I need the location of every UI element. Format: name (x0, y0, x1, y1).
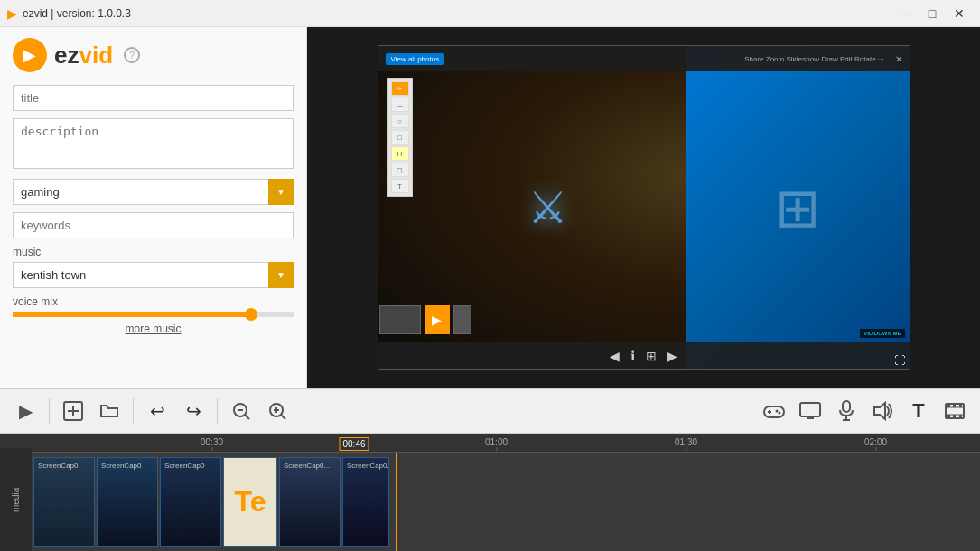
svg-rect-28 (947, 415, 950, 417)
description-input[interactable] (13, 118, 294, 169)
text-button[interactable]: T (902, 395, 935, 427)
slider-thumb[interactable] (245, 308, 257, 321)
view-all-photos-btn[interactable]: View all photos (386, 53, 445, 65)
timeline-labels: media udio (0, 434, 32, 551)
gamepad-button[interactable] (758, 395, 790, 427)
category-select-wrapper: gaming education entertainment news & po… (13, 179, 294, 205)
mic-button[interactable] (830, 395, 863, 427)
media-clip-1[interactable]: ScreenCap0 (33, 457, 95, 547)
logo-vid: vid (79, 42, 113, 69)
svg-rect-10 (764, 406, 784, 417)
timecode-00-30: 00:30 (201, 437, 223, 447)
clip-2-label: ScreenCap0 (99, 460, 143, 472)
nav-next-btn[interactable]: ▶ (667, 349, 677, 363)
playhead-line (396, 453, 397, 551)
speaker-icon (873, 401, 892, 421)
nav-prev-btn[interactable]: ◀ (610, 349, 620, 363)
fullscreen-button[interactable]: ⛶ (894, 354, 905, 367)
screen-capture-button[interactable] (794, 395, 826, 427)
bottom-thumbs: ▶ (378, 304, 472, 341)
voice-mix-slider[interactable] (13, 312, 294, 317)
clip-3-label: ScreenCap0 (163, 460, 206, 472)
gamepad-icon (763, 403, 785, 419)
svg-rect-18 (843, 401, 850, 412)
ezvid-logo-icon: ▶ (13, 38, 47, 72)
redo-button[interactable]: ↪ (177, 395, 210, 427)
svg-point-14 (779, 412, 781, 415)
more-music-link[interactable]: more music (13, 322, 294, 335)
mic-icon (838, 400, 854, 422)
music-select-wrapper: kentish town none classic jazz (13, 262, 294, 288)
monitor-icon (799, 402, 821, 420)
media-track: ScreenCap0 ScreenCap0 ScreenCap0 Te Scre… (32, 453, 980, 551)
media-clip-3[interactable]: ScreenCap0 (160, 457, 221, 547)
slider-fill (13, 312, 251, 317)
title-input[interactable] (13, 85, 294, 111)
svg-rect-15 (800, 403, 820, 416)
zoom-in-button[interactable] (261, 395, 294, 427)
keywords-input[interactable] (13, 212, 294, 238)
help-icon[interactable]: ? (124, 47, 140, 63)
clip-4-label: ScreenCap0... (282, 460, 331, 472)
timecode-02-00: 02:00 (864, 437, 887, 447)
titlebar-left: ▶ ezvid | version: 1.0.0.3 (7, 6, 131, 21)
maximize-button[interactable]: □ (919, 0, 946, 27)
svg-point-13 (776, 410, 779, 413)
windows-area: ⊞ (686, 46, 910, 369)
effects-button[interactable] (938, 395, 971, 427)
zoom-out-icon (231, 401, 251, 421)
media-clip-5[interactable]: ScreenCap0... (342, 457, 389, 547)
toolbar-separator-1 (49, 398, 50, 424)
logo-text: ezvid (54, 42, 113, 70)
media-clip-text[interactable]: Te (223, 457, 277, 547)
left-panel: ▶ ezvid ? gaming education entertainment… (0, 27, 307, 388)
timeline-content: 00:30 00:46 01:00 01:30 02:00 ScreenCap0… (32, 434, 980, 551)
slider-track (13, 312, 294, 317)
tool-circle[interactable]: ○ (391, 114, 409, 128)
app-logo-icon: ▶ (7, 6, 17, 21)
preview-panel: ⊞ View all photos Share Zoom Slideshow D… (307, 27, 980, 388)
windows-logo: ⊞ (775, 176, 820, 239)
titlebar-controls: ─ □ ✕ (891, 0, 973, 27)
thumb-1[interactable] (379, 305, 421, 334)
titlebar-title: ezvid | version: 1.0.0.3 (23, 7, 131, 20)
photo-app-bar: View all photos Share Zoom Slideshow Dra… (378, 46, 910, 71)
undo-button[interactable]: ↩ (141, 395, 173, 427)
svg-rect-27 (959, 405, 962, 407)
add-media-button[interactable] (57, 395, 89, 427)
tool-rect[interactable]: □ (391, 130, 409, 145)
tool-highlight[interactable]: H (391, 146, 409, 161)
zoom-out-button[interactable] (225, 395, 257, 427)
nav-info-btn[interactable]: ℹ (630, 349, 635, 363)
tool-line[interactable]: — (391, 98, 409, 112)
music-select[interactable]: kentish town none classic jazz (13, 262, 294, 288)
game-scene: ⚔ (415, 73, 681, 342)
nav-grid-btn[interactable]: ⊞ (646, 349, 657, 363)
timecode-01-00: 01:00 (485, 437, 508, 447)
titlebar: ▶ ezvid | version: 1.0.0.3 ─ □ ✕ (0, 0, 980, 27)
logo-ez: ez (54, 42, 79, 69)
media-clip-4[interactable]: ScreenCap0... (279, 457, 341, 547)
timecode-ruler: 00:30 00:46 01:00 01:30 02:00 (32, 434, 980, 453)
thumb-2[interactable] (453, 305, 471, 334)
media-clip-2[interactable]: ScreenCap0 (97, 457, 158, 547)
tool-pencil[interactable]: ✏ (391, 81, 409, 96)
playhead-time-display: 00:46 (339, 437, 369, 451)
timecode-01-30: 01:30 (675, 437, 697, 447)
category-select[interactable]: gaming education entertainment news & po… (13, 179, 294, 205)
main-content: ▶ ezvid ? gaming education entertainment… (0, 27, 980, 388)
app-close-icon[interactable]: ✕ (895, 54, 902, 64)
preview-inner: ⊞ View all photos Share Zoom Slideshow D… (378, 46, 910, 369)
tool-text[interactable]: T (391, 179, 409, 193)
svg-marker-21 (874, 403, 885, 419)
clip-5-label: ScreenCap0... (345, 460, 389, 472)
tools-panel: ✏ — ○ □ H ◻ T (387, 78, 413, 197)
minimize-button[interactable]: ─ (891, 0, 919, 27)
thumb-active[interactable]: ▶ (425, 305, 450, 334)
audio-button[interactable] (866, 395, 899, 427)
tool-eraser[interactable]: ◻ (391, 163, 409, 177)
app-bar-controls: Share Zoom Slideshow Draw Edit Rotate ··… (744, 55, 883, 63)
open-button[interactable] (93, 395, 126, 427)
close-button[interactable]: ✕ (946, 0, 973, 27)
play-button[interactable]: ▶ (9, 395, 42, 427)
